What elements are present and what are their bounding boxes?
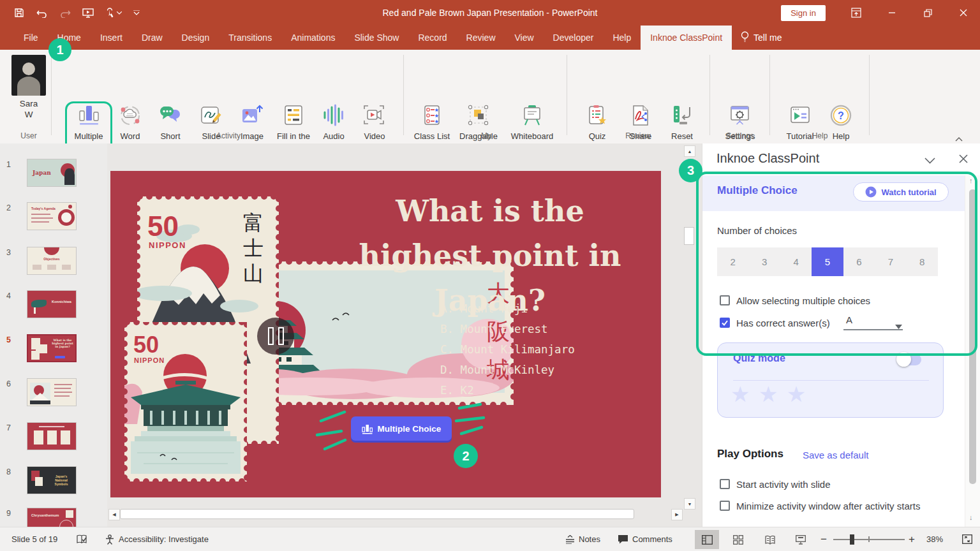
choice-count-7[interactable]: 7 [875,247,906,276]
vertical-scrollbar-thumb[interactable] [684,227,694,245]
normal-view-button[interactable] [695,530,719,549]
panel-scroll-up-icon[interactable]: ↑ [969,177,973,184]
horizontal-scrollbar-thumb[interactable] [120,509,634,519]
tab-design[interactable]: Design [172,26,219,50]
thumbnail-slide-1[interactable]: Japan [27,159,77,187]
choice-count-6[interactable]: 6 [843,247,875,276]
save-icon[interactable] [13,6,26,19]
choice-count-4[interactable]: 4 [780,247,812,276]
choice-count-2[interactable]: 2 [717,247,748,276]
slide-multiple-choice-button[interactable]: Multiple Choice [351,416,452,441]
slideshow-view-button[interactable] [789,530,813,549]
minimize-checkbox[interactable] [720,501,730,511]
watch-tutorial-button[interactable]: Watch tutorial [853,182,949,202]
scroll-left-button[interactable]: ◀ [108,509,120,520]
restore-button[interactable] [914,0,942,26]
ribbon: Sara W User Multiple Choice Word Cloud S… [0,50,980,144]
tab-developer[interactable]: Developer [544,26,604,50]
thumbnail-title: Japan's National Symbols [49,474,73,486]
thumbnail-art [68,205,72,209]
choice-count-5-selected[interactable]: 5 [812,247,843,276]
slide-sorter-view-button[interactable] [726,530,750,549]
customize-qat-icon[interactable] [130,6,143,19]
draggable-objects-icon [466,103,491,129]
media-pause-button[interactable] [257,318,294,355]
has-correct-checkbox[interactable] [720,318,730,328]
slide-canvas[interactable]: 20 NIPPON 大 阪 城 [110,171,661,497]
scroll-right-button[interactable]: ▶ [671,509,683,520]
thumbnail-slide-4[interactable]: Konnichiwa [27,290,77,318]
settings-gear-icon [728,103,752,129]
panel-title: Inknoe ClassPoint [716,151,819,166]
allow-multiple-label: Allow selecting multiple choices [736,295,870,306]
tab-transitions[interactable]: Transitions [219,26,281,50]
ribbon-display-options-icon[interactable] [842,0,870,26]
choice-count-3[interactable]: 3 [748,247,780,276]
thumbnail-title: What is the highest point in Japan? [51,339,74,348]
slide-choice-e[interactable]: E. K2 [440,384,474,397]
tab-insert[interactable]: Insert [91,26,132,50]
quiz-mode-toggle[interactable] [898,354,921,365]
thumbnail-slide-6[interactable] [27,378,77,406]
scroll-up-button[interactable]: ▲ [684,145,695,157]
tutorial-icon [788,103,812,129]
correct-answer-select[interactable]: A [846,314,852,325]
tab-help[interactable]: Help [603,26,641,50]
select-dropdown-icon[interactable] [895,320,902,332]
tab-slide-show[interactable]: Slide Show [345,26,408,50]
accessibility-status[interactable]: Accessibility: Investigate [105,527,209,551]
slide-choice-a[interactable]: A. Mount Fuji [440,302,528,315]
panel-scroll-down-icon[interactable]: ↓ [969,513,973,521]
quiz-mode-label: Quiz mode [733,353,785,364]
zoom-in-button[interactable]: + [909,527,915,551]
save-as-default-link[interactable]: Save as default [803,450,868,460]
undo-icon[interactable] [36,6,48,19]
scroll-down-button[interactable]: ▼ [684,498,695,510]
comments-toggle[interactable]: Comments [618,527,672,551]
choice-count-8[interactable]: 8 [907,247,938,276]
slide-choice-d[interactable]: D. Mount McKinley [440,364,554,376]
reading-view-button[interactable] [758,530,782,549]
panel-close-icon[interactable] [959,154,968,166]
thumbnail-slide-8[interactable]: Japan's National Symbols [27,466,77,494]
minimize-button[interactable] [878,0,906,26]
tell-me-control[interactable]: Tell me [732,26,791,50]
slide-choice-b[interactable]: B. Mount Everest [440,323,548,335]
avatar[interactable] [11,55,46,96]
multiple-choice-bars-icon [362,423,373,434]
tab-review[interactable]: Review [457,26,505,50]
thumbnail-slide-3[interactable]: Objectives [27,247,77,275]
slide-editor-area[interactable]: 20 NIPPON 大 阪 城 [107,143,702,527]
tab-view[interactable]: View [505,26,544,50]
zoom-level[interactable]: 38% [926,527,943,551]
allow-multiple-checkbox[interactable] [720,295,730,305]
zoom-out-button[interactable]: − [820,527,827,551]
panel-collapse-icon[interactable] [924,155,935,166]
slide-indicator[interactable]: Slide 5 of 19 [11,527,57,551]
start-with-slide-checkbox[interactable] [720,479,730,489]
tab-draw[interactable]: Draw [132,26,172,50]
close-button[interactable] [949,0,977,26]
collapse-ribbon-icon[interactable] [954,133,963,144]
spell-check-icon[interactable] [77,527,87,551]
sign-in-button[interactable]: Sign in [781,5,826,21]
notes-toggle[interactable]: Notes [565,527,600,551]
tab-animations[interactable]: Animations [281,26,345,50]
tab-file[interactable]: File [14,26,48,50]
start-slideshow-icon[interactable] [82,6,94,19]
touch-mode-dropdown-icon[interactable] [115,6,123,19]
thumbnail-slide-7[interactable] [27,422,77,450]
redo-icon[interactable] [59,6,71,19]
thumbnail-slide-5-current[interactable]: What is the highest point in Japan? [27,334,77,362]
thumbnail-slide-9[interactable]: Chrysanthemum [27,508,77,527]
slide-choice-c[interactable]: C. Mount Kilimanjaro [440,343,575,356]
tab-inknoe-classpoint[interactable]: Inknoe ClassPoint [641,26,732,50]
touch-mode-icon[interactable] [104,6,117,19]
thumbnail-slide-2[interactable]: Today's Agenda [27,202,77,230]
zoom-slider-thumb[interactable] [850,534,854,545]
panel-scrollbar-thumb[interactable] [969,189,976,484]
fit-to-window-button[interactable] [962,527,972,551]
avatar-body [17,77,40,96]
pause-bar-icon [278,327,284,345]
tab-record[interactable]: Record [408,26,456,50]
